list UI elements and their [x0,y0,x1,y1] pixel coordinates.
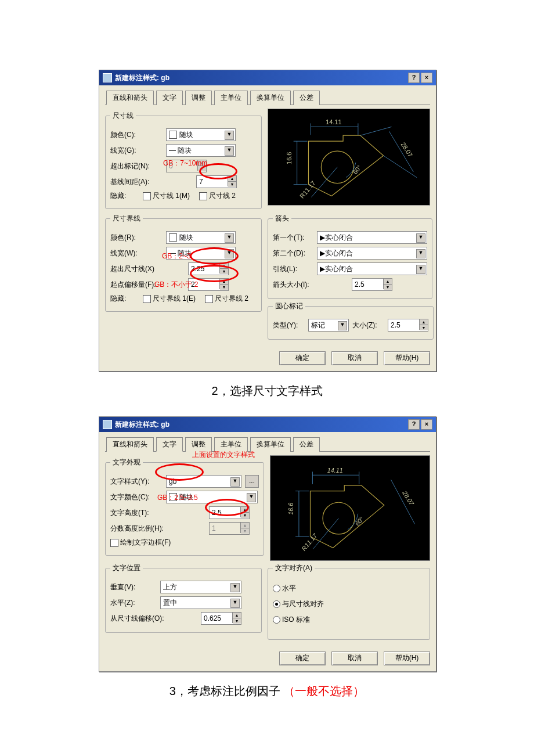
ext-lw-label: 线宽(W): [110,249,163,258]
svg-text:28.07: 28.07 [401,489,416,507]
vert-combo[interactable]: 上方 [160,581,241,593]
ext-color-label: 颜色(R): [110,233,163,243]
ext-beyond-label: 超出尺寸线(X) [110,264,163,274]
fracheight-spin: 1▲▼ [209,522,250,535]
tabstrip: 直线和箭头 文字 调整 主单位 换算单位 公差 [105,437,430,452]
cancel-button[interactable]: 取消 [331,351,378,365]
lineweight-label: 线宽(G): [110,146,163,156]
svg-text:28.07: 28.07 [400,141,414,159]
tab-text[interactable]: 文字 [156,91,183,105]
height-label: 文字高度(T): [110,508,163,518]
center-size-spin[interactable]: 2.5▲▼ [388,319,428,332]
svg-text:14.11: 14.11 [327,467,343,474]
tab-tolerance[interactable]: 公差 [293,91,320,105]
group-text-align: 文字对齐(A) 水平 与尺寸线对齐 ISO 标准 [268,563,430,640]
textheight-spin[interactable]: 2.5▲▼ [209,506,250,519]
help-button[interactable]: ? [408,419,420,430]
dialog-title: 新建标注样式: gb [115,73,169,83]
center-type-combo[interactable]: 标记 [308,319,349,332]
textstyle-combo[interactable]: gb [166,475,241,488]
tab-primary-units[interactable]: 主单位 [214,91,248,105]
horz-combo[interactable]: 置中 [160,596,241,609]
hide-label2: 隐藏: [110,294,139,304]
group-extline: 尺寸界线 颜色(R): 随块 线宽(W): — 随块 超出尺寸线(X) 2.25… [105,214,262,312]
svg-text:14.11: 14.11 [326,118,341,125]
draw-frame-chk[interactable]: 绘制文字边框(F) [110,538,171,548]
leader-combo[interactable]: ▶实心闭合 [317,262,427,275]
legend-extline: 尺寸界线 [110,214,143,224]
hide-ext1-chk[interactable]: 尺寸界线 1(E) [143,294,196,304]
color-label: 颜色(C): [110,130,163,140]
svg-text:R11.17: R11.17 [298,179,317,200]
group-dimline: 尺寸线 颜色(C): 随块 线宽(G): — 随块 超出标记(N): 0▲▼ [105,111,262,209]
color-combo[interactable]: 随块 [166,128,236,141]
arrow1-combo[interactable]: ▶实心闭合 [317,231,427,244]
leader-label: 引线(L): [273,264,313,274]
arrow1-label: 第一个(T): [273,233,313,243]
ext-beyond-spin[interactable]: 2.25▲▼ [188,262,229,275]
svg-line-8 [360,127,392,135]
arrow2-combo[interactable]: ▶实心闭合 [317,247,427,260]
help-button-bottom[interactable]: 帮助(H) [384,651,430,665]
ok-button[interactable]: 确定 [279,351,326,365]
hide-dimline2-chk[interactable]: 尺寸线 2 [199,191,236,201]
legend-align: 文字对齐(A) [273,563,315,573]
group-center: 圆心标记 类型(Y): 标记 大小(Z): 2.5▲▼ [268,301,434,340]
horz-label: 水平(Z): [110,598,157,608]
tab-lines-arrows[interactable]: 直线和箭头 [106,91,154,105]
titlebar: 新建标注样式: gb ? × [99,70,436,85]
legend-pos: 文字位置 [110,563,143,573]
help-button[interactable]: ? [408,73,420,83]
legend-center: 圆心标记 [273,301,305,311]
textstyle-browse-button[interactable]: ... [245,475,259,488]
help-button-bottom[interactable]: 帮助(H) [384,351,430,365]
offset-spin[interactable]: 0.625▲▼ [201,612,241,625]
tab-fit[interactable]: 调整 [185,91,212,105]
legend-arrow: 箭头 [273,214,291,224]
ext-lw-combo[interactable]: — 随块 [166,247,236,260]
group-text-appear: 文字外观 文字样式(Y): gb ... 文字颜色(C): 随块 文字高度(T)… [105,458,264,556]
extend-label: 超出标记(N): [110,161,163,171]
center-type-label: 类型(Y): [273,321,305,330]
radio-iso[interactable]: ISO 标准 [273,615,310,625]
tab-lines-arrows[interactable]: 直线和箭头 [106,437,154,452]
extend-spin: 0▲▼ [166,160,207,172]
textcolor-combo[interactable]: 随块 [166,491,258,503]
close-button[interactable]: × [421,419,432,430]
caption-1: 2，选择尺寸文字样式 [99,383,435,399]
arrow2-label: 第二个(D): [273,249,313,258]
preview-pane: 14.11 16.6 28.07 60° R11.17 [268,109,430,206]
svg-line-9 [384,156,417,178]
tcolor-label: 文字颜色(C): [110,492,163,502]
hide-ext2-chk[interactable]: 尺寸界线 2 [205,294,248,304]
legend-dimline: 尺寸线 [110,111,136,121]
ext-offset-spin[interactable]: 2▲▼ [188,278,229,291]
tab-fit[interactable]: 调整 [185,437,212,452]
tab-text[interactable]: 文字 [156,437,183,452]
group-text-pos: 文字位置 垂直(V): 上方 水平(Z): 置中 从尺寸线偏移(O): 0.62… [105,563,262,633]
tab-alt-units[interactable]: 换算单位 [250,437,291,452]
tab-primary-units[interactable]: 主单位 [214,437,248,452]
ext-color-combo[interactable]: 随块 [166,231,236,244]
center-size-label: 大小(Z): [352,321,384,330]
ok-button[interactable]: 确定 [279,651,326,665]
svg-text:60°: 60° [353,515,365,527]
tab-alt-units[interactable]: 换算单位 [250,91,291,105]
close-button[interactable]: × [421,73,432,83]
radio-horizontal[interactable]: 水平 [273,584,296,593]
radio-align-dimline[interactable]: 与尺寸线对齐 [273,599,324,609]
hide-dimline1-chk[interactable]: 尺寸线 1(M) [143,191,190,201]
caption-2: 3，考虑标注比例因子 （一般不选择） [99,683,435,699]
preview-pane: 14.11 16.6 28.07 60° R11.17 [270,455,430,561]
lineweight-combo[interactable]: — 随块 [166,144,236,157]
svg-text:16.6: 16.6 [287,503,294,515]
baseline-label: 基线间距(A): [110,177,163,187]
cancel-button[interactable]: 取消 [331,651,378,665]
style-label: 文字样式(Y): [110,477,163,487]
tab-tolerance[interactable]: 公差 [293,437,320,452]
svg-text:16.6: 16.6 [286,152,293,164]
tabstrip: 直线和箭头 文字 调整 主单位 换算单位 公差 [105,90,430,105]
frac-label: 分数高度比例(H): [110,524,180,534]
arrow-size-spin[interactable]: 2.5▲▼ [352,278,392,291]
baseline-spin[interactable]: 7▲▼ [196,175,237,188]
